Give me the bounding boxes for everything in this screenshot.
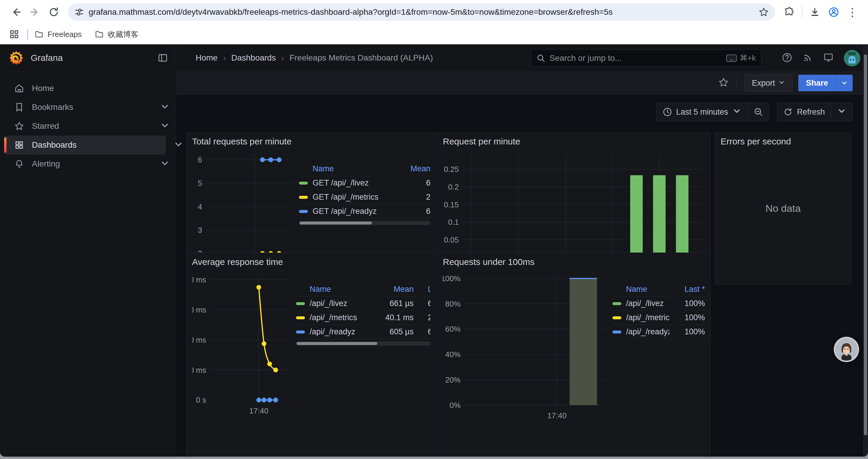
series-swatch [613,330,621,333]
svg-text:0.05: 0.05 [444,235,459,244]
legend-col-name[interactable]: Name [613,285,670,294]
timeseries-chart[interactable]: 17:400 s20 ms40 ms60 ms80 ms [192,270,292,419]
toolbar-divider [737,77,737,89]
svg-text:0.15: 0.15 [444,200,459,209]
legend-col-mean[interactable]: Mean [395,164,430,173]
sidebar-item-bookmarks[interactable]: Bookmarks [4,98,166,117]
svg-text:0%: 0% [450,401,461,410]
forward-icon[interactable] [28,6,41,19]
star-icon [14,121,24,131]
sidebar-item-starred[interactable]: Starred [4,117,166,136]
apps-grid-icon[interactable] [8,28,21,41]
panel-requests-under-100ms[interactable]: Requests under 100ms 17:400%20%40%60%80%… [437,253,711,457]
browser-chrome: grafana.mathmast.com/d/deytv4rwavabkb/fr… [0,0,868,44]
chevron-down-icon [837,106,846,118]
scrollbar-thumb[interactable] [864,54,867,435]
sidebar-item-home[interactable]: Home [4,79,166,98]
share-button[interactable]: Share [798,75,836,91]
dock-sidebar-icon[interactable] [157,53,168,63]
legend-row[interactable]: GET /api/_/livez 6 [299,176,430,190]
page-scrollbar[interactable] [863,44,868,457]
breadcrumb-separator: › [281,53,284,63]
panel-title[interactable]: Average response time [192,257,430,270]
legend-row[interactable]: /api/_/livez 100% [613,297,705,311]
legend-row[interactable]: /api/_/readyz 605 µs 620 [296,325,430,339]
refresh-button[interactable]: Refresh [777,103,831,121]
panel-errors-per-second[interactable]: Errors per second No data [715,132,851,285]
sidebar-item-dashboards[interactable]: Dashboards [4,136,166,155]
chevron-down-icon [732,106,742,118]
reload-icon[interactable] [47,6,60,19]
chevron-down-icon [778,78,785,88]
series-swatch [613,302,621,305]
zoom-out-button[interactable] [747,103,769,121]
clock-icon [663,107,672,117]
breadcrumb-dashboards[interactable]: Dashboards [231,53,276,63]
time-range-picker[interactable]: Last 5 minutes [657,103,748,121]
panel-avg-response-time[interactable]: Average response time 17:400 s20 ms40 ms… [186,253,436,457]
breadcrumb-home[interactable]: Home [195,53,218,63]
legend-col-mean[interactable]: Mean [369,285,414,294]
chevron-down-icon[interactable] [174,139,183,151]
refresh-icon [783,107,793,117]
grafana-logo-icon[interactable] [9,51,24,65]
area-chart[interactable]: 17:400%20%40%60%80%100% [443,270,608,425]
site-settings-icon[interactable] [74,7,84,17]
zoom-out-icon [754,107,763,117]
back-icon[interactable] [9,6,23,19]
bookmark-star-icon[interactable] [759,7,769,17]
legend-col-name[interactable]: Name [299,164,395,173]
legend-row[interactable]: /api/_/livez 661 µs 646 [296,297,430,311]
legend-row[interactable]: /api/_/metrics 40.1 ms 20.5 r [296,311,430,325]
panel-title[interactable]: Request per minute [443,136,705,150]
floating-assistant-avatar[interactable] [834,337,859,362]
series-swatch [296,316,305,319]
svg-text:0.25: 0.25 [444,165,459,174]
folder-icon [95,30,104,39]
legend-row[interactable]: GET /api/_/metrics 2 [299,190,430,204]
legend-col-last[interactable]: Last * [670,285,705,294]
time-controls: Last 5 minutes Refresh [656,102,852,121]
share-menu-button[interactable] [836,75,852,91]
favorite-star-icon[interactable] [718,77,729,89]
bookmarks-bar: Freeleaps 收藏博客 [0,24,868,44]
legend-col-last[interactable]: Las [414,285,430,294]
legend-row[interactable]: GET /api/_/readyz 6 [299,204,430,219]
svg-text:40 ms: 40 ms [192,335,206,345]
chevron-down-icon[interactable] [160,121,170,132]
svg-text:60 ms: 60 ms [192,305,206,314]
refresh-interval-button[interactable] [831,103,852,121]
news-rss-icon[interactable] [802,52,813,64]
search-placeholder: Search or jump to... [550,54,726,63]
address-bar[interactable]: grafana.mathmast.com/d/deytv4rwavabkb/fr… [68,4,775,21]
browser-menu-icon[interactable]: ⋮ [843,6,862,18]
user-avatar[interactable] [844,50,860,66]
panel-title[interactable]: Total requests per minute [192,136,430,150]
url-text[interactable]: grafana.mathmast.com/d/deytv4rwavabkb/fr… [89,7,759,17]
panel-title[interactable]: Requests under 100ms [443,257,705,270]
bookmark-folder-blogs[interactable]: 收藏博客 [95,29,138,40]
legend-row[interactable]: /api/_/readyz 100% [613,325,705,339]
search-shortcut: ⌘+k [726,54,756,63]
monitor-icon[interactable] [823,52,834,64]
legend-scrollbar[interactable] [299,221,430,225]
legend-row[interactable]: /api/_/metrics 100% [613,311,705,325]
sidebar-item-alerting[interactable]: Alerting [4,155,166,173]
refresh-group: Refresh [777,102,852,121]
legend-col-name[interactable]: Name [296,285,369,294]
svg-text:60%: 60% [445,325,461,333]
legend-scrollbar[interactable] [296,341,430,346]
downloads-icon[interactable] [808,6,821,19]
series-swatch [299,210,308,213]
chevron-down-icon[interactable] [160,158,170,169]
export-button[interactable]: Export [745,75,793,91]
legend-header: Name Last * [613,282,705,297]
profile-icon[interactable] [827,6,840,19]
bookmark-folder-freeleaps[interactable]: Freeleaps [35,30,82,39]
panel-title[interactable]: Errors per second [720,136,845,150]
help-icon[interactable] [782,52,793,64]
search-input[interactable]: Search or jump to... ⌘+k [531,49,761,67]
svg-text:0 s: 0 s [196,395,206,404]
chevron-down-icon[interactable] [160,102,170,113]
extensions-icon[interactable] [783,6,796,19]
